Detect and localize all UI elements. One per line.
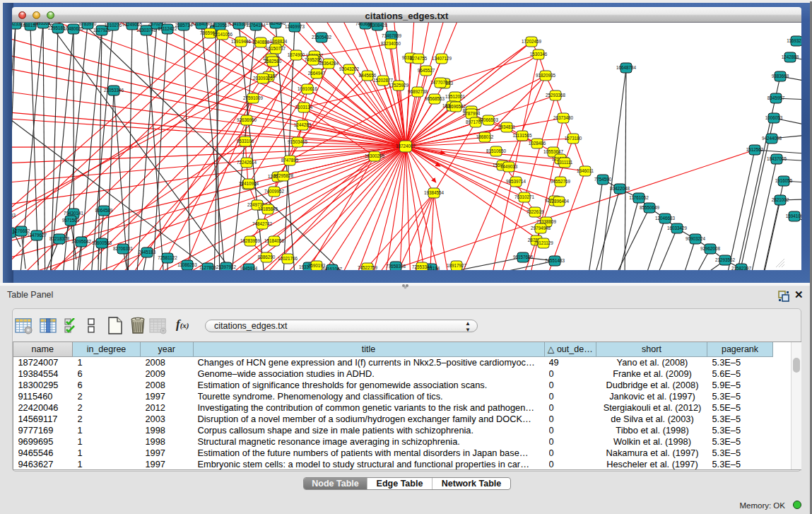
- svg-text:87295828: 87295828: [273, 173, 294, 178]
- svg-text:26373480: 26373480: [553, 115, 574, 120]
- svg-text:2103134: 2103134: [295, 105, 313, 110]
- svg-text:72581122: 72581122: [158, 255, 177, 260]
- svg-text:1028486: 1028486: [529, 141, 546, 146]
- svg-text:8386290: 8386290: [258, 255, 276, 259]
- svg-text:98308428: 98308428: [367, 23, 388, 28]
- svg-text:2582580: 2582580: [264, 59, 282, 64]
- svg-text:20309326: 20309326: [253, 76, 273, 81]
- svg-text:97066503: 97066503: [478, 117, 499, 122]
- svg-text:2934811: 2934811: [498, 124, 516, 129]
- svg-text:1368824: 1368824: [270, 39, 288, 44]
- svg-text:73467889: 73467889: [382, 33, 402, 38]
- svg-text:88364284: 88364284: [319, 61, 339, 66]
- svg-text:1868012: 1868012: [476, 134, 494, 139]
- svg-text:98539714: 98539714: [506, 179, 526, 184]
- svg-text:23505432: 23505432: [312, 35, 332, 40]
- svg-text:11131565: 11131565: [512, 133, 532, 138]
- svg-text:2821002: 2821002: [772, 197, 789, 202]
- svg-text:15184056: 15184056: [264, 238, 285, 243]
- svg-text:78120567: 78120567: [210, 23, 230, 28]
- svg-text:21397912: 21397912: [216, 264, 237, 269]
- svg-text:12469973: 12469973: [285, 24, 305, 29]
- svg-text:1346011: 1346011: [577, 168, 594, 173]
- svg-text:96892738: 96892738: [408, 89, 428, 94]
- svg-text:72242614: 72242614: [237, 160, 257, 165]
- svg-text:21293562: 21293562: [715, 257, 736, 262]
- svg-text:13919446: 13919446: [231, 39, 252, 44]
- svg-text:8345957: 8345957: [767, 95, 785, 100]
- svg-text:18917927: 18917927: [447, 263, 467, 268]
- svg-text:92184090: 92184090: [192, 22, 212, 26]
- svg-text:77658398: 77658398: [386, 264, 406, 269]
- svg-text:29794948: 29794948: [531, 226, 551, 230]
- svg-text:1010276: 1010276: [105, 23, 122, 28]
- svg-text:81510650: 81510650: [486, 148, 507, 153]
- svg-text:13479627: 13479627: [27, 233, 47, 238]
- svg-text:8747895: 8747895: [281, 158, 299, 163]
- svg-text:92962008: 92962008: [700, 246, 721, 251]
- svg-text:2445183: 2445183: [139, 250, 156, 255]
- svg-text:27591009: 27591009: [243, 95, 264, 100]
- svg-text:9571509: 9571509: [62, 218, 80, 223]
- svg-text:74522759: 74522759: [358, 265, 378, 270]
- svg-text:90903224: 90903224: [686, 236, 706, 241]
- svg-text:17824646: 17824646: [266, 22, 286, 25]
- svg-text:17525929: 17525929: [389, 83, 409, 88]
- svg-text:91820935: 91820935: [536, 73, 556, 78]
- svg-text:18724007: 18724007: [396, 144, 416, 148]
- svg-text:72553344: 72553344: [412, 264, 433, 269]
- svg-text:89250563: 89250563: [12, 213, 16, 218]
- svg-text:12410914: 12410914: [239, 181, 259, 186]
- svg-text:12896404: 12896404: [549, 199, 570, 204]
- svg-text:16648784: 16648784: [616, 65, 637, 70]
- svg-text:8783970: 8783970: [79, 22, 97, 26]
- svg-text:12021766: 12021766: [278, 256, 298, 261]
- svg-text:79430141: 79430141: [64, 211, 84, 216]
- svg-text:8064589: 8064589: [95, 208, 113, 213]
- svg-text:21053346: 21053346: [104, 88, 124, 93]
- svg-text:1127803: 1127803: [199, 265, 217, 270]
- svg-text:94552769: 94552769: [551, 179, 571, 184]
- svg-text:96568553: 96568553: [425, 96, 445, 101]
- svg-text:10185845: 10185845: [258, 206, 278, 211]
- svg-text:74842742: 74842742: [252, 221, 273, 226]
- svg-text:16033429: 16033429: [667, 226, 688, 230]
- svg-text:10553647: 10553647: [543, 149, 564, 154]
- svg-text:10600583: 10600583: [92, 240, 112, 245]
- svg-text:1240888: 1240888: [252, 40, 270, 45]
- svg-text:94244098: 94244098: [762, 136, 782, 141]
- svg-text:13407129: 13407129: [432, 56, 452, 61]
- svg-text:17202459: 17202459: [522, 39, 542, 44]
- svg-text:91249065: 91249065: [122, 22, 143, 27]
- svg-text:87218378: 87218378: [49, 236, 70, 241]
- svg-text:1874900: 1874900: [288, 52, 305, 57]
- svg-text:76310271: 76310271: [514, 194, 535, 199]
- svg-text:11086253: 11086253: [177, 262, 197, 267]
- svg-text:82706331: 82706331: [113, 246, 134, 251]
- svg-text:1573180: 1573180: [565, 136, 582, 141]
- svg-text:9345914: 9345914: [240, 266, 258, 270]
- svg-text:14770704: 14770704: [430, 80, 451, 85]
- svg-text:1916055: 1916055: [775, 178, 793, 183]
- svg-text:25293368: 25293368: [546, 93, 566, 98]
- svg-text:18283959: 18283959: [240, 238, 261, 243]
- svg-text:1530346: 1530346: [530, 52, 548, 57]
- svg-text:2664947: 2664947: [308, 71, 326, 76]
- svg-text:12046683: 12046683: [655, 216, 676, 221]
- svg-text:11693227: 11693227: [787, 38, 801, 43]
- svg-text:10480635: 10480635: [64, 26, 84, 31]
- svg-text:1512562: 1512562: [746, 147, 764, 152]
- svg-text:74009952: 74009952: [264, 189, 285, 194]
- svg-text:8445656: 8445656: [359, 73, 377, 78]
- svg-text:13512001: 13512001: [445, 94, 466, 99]
- svg-text:2787994: 2787994: [463, 111, 481, 116]
- svg-text:74551483: 74551483: [545, 258, 565, 263]
- svg-text:1449033: 1449033: [500, 164, 518, 169]
- svg-text:11761052: 11761052: [629, 195, 649, 200]
- svg-text:92636990: 92636990: [237, 117, 257, 122]
- svg-text:85550649: 85550649: [640, 205, 660, 210]
- svg-text:7322619: 7322619: [526, 209, 544, 214]
- svg-text:18300295: 18300295: [365, 153, 385, 158]
- svg-text:7754590: 7754590: [594, 177, 612, 182]
- svg-text:79121129: 79121129: [534, 240, 553, 245]
